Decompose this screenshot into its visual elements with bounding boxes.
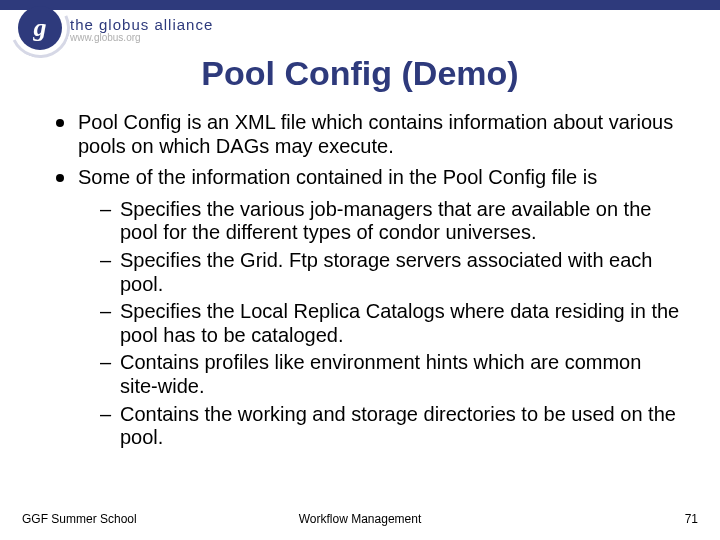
slide-title: Pool Config (Demo) (0, 54, 720, 93)
sub-bullet-text: Contains profiles like environment hints… (120, 351, 684, 398)
footer-page-number: 71 (685, 512, 698, 526)
sub-bullet-item: – Specifies the Local Replica Catalogs w… (100, 300, 684, 347)
sub-bullet-text: Contains the working and storage directo… (120, 403, 684, 450)
footer-left: GGF Summer School (22, 512, 137, 526)
sub-bullet-list: – Specifies the various job-managers tha… (100, 198, 684, 450)
sub-bullet-item: – Specifies the various job-managers tha… (100, 198, 684, 245)
dash-icon: – (100, 249, 114, 296)
dash-icon: – (100, 403, 114, 450)
globus-logo-icon: g (18, 6, 62, 50)
logo-line2: www.globus.org (70, 33, 213, 43)
slide-body: Pool Config is an XML file which contain… (0, 93, 720, 450)
bullet-text: Pool Config is an XML file which contain… (78, 111, 684, 158)
slide-footer: GGF Summer School Workflow Management 71 (0, 512, 720, 526)
bullet-dot-icon (56, 119, 64, 127)
bullet-item: Some of the information contained in the… (56, 166, 684, 190)
dash-icon: – (100, 351, 114, 398)
dash-icon: – (100, 300, 114, 347)
sub-bullet-item: – Contains profiles like environment hin… (100, 351, 684, 398)
sub-bullet-item: – Contains the working and storage direc… (100, 403, 684, 450)
sub-bullet-item: – Specifies the Grid. Ftp storage server… (100, 249, 684, 296)
logo-line1: the globus alliance (70, 17, 213, 32)
sub-bullet-text: Specifies the Local Replica Catalogs whe… (120, 300, 684, 347)
dash-icon: – (100, 198, 114, 245)
bullet-item: Pool Config is an XML file which contain… (56, 111, 684, 158)
logo-block: g the globus alliance www.globus.org (18, 0, 213, 50)
sub-bullet-text: Specifies the Grid. Ftp storage servers … (120, 249, 684, 296)
slide: g the globus alliance www.globus.org Poo… (0, 0, 720, 540)
bullet-text: Some of the information contained in the… (78, 166, 684, 190)
bullet-dot-icon (56, 174, 64, 182)
sub-bullet-text: Specifies the various job-managers that … (120, 198, 684, 245)
logo-text: the globus alliance www.globus.org (70, 17, 213, 43)
